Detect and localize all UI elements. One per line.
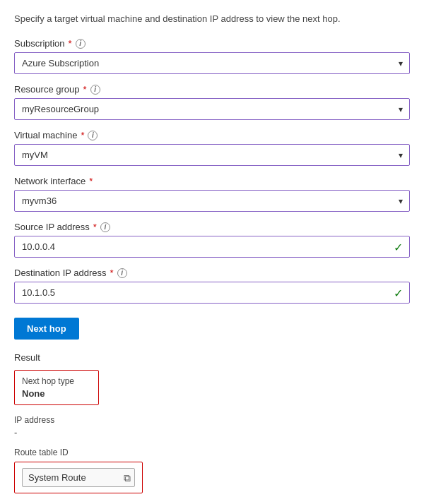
subscription-field-group: Subscription * i Azure Subscription ▾ [14, 38, 410, 74]
route-table-box: ⧉ [14, 462, 143, 493]
subscription-select[interactable]: Azure Subscription [14, 52, 410, 74]
network-interface-required-star: * [89, 176, 93, 186]
virtual-machine-required-star: * [81, 130, 84, 140]
source-ip-field-group: Source IP address * i ✓ [14, 222, 410, 258]
virtual-machine-select[interactable]: myVM [14, 144, 410, 166]
result-section: Result Next hop type None IP address - R… [14, 352, 410, 493]
network-interface-label: Network interface * [14, 176, 410, 186]
resource-group-select[interactable]: myResourceGroup [14, 98, 410, 120]
destination-ip-info-icon[interactable]: i [117, 268, 127, 278]
route-table-id-label: Route table ID [14, 448, 410, 457]
source-ip-input-wrapper: ✓ [14, 236, 410, 258]
result-section-label: Result [14, 352, 410, 363]
virtual-machine-info-icon[interactable]: i [88, 131, 98, 140]
source-ip-check-icon: ✓ [394, 240, 403, 253]
source-ip-label-text: Source IP address [14, 222, 90, 232]
subscription-label: Subscription * i [14, 38, 410, 49]
resource-group-field-group: Resource group * i myResourceGroup ▾ [14, 84, 410, 120]
destination-ip-check-icon: ✓ [394, 286, 403, 299]
resource-group-label-text: Resource group [14, 84, 80, 95]
subscription-label-text: Subscription [14, 38, 65, 49]
virtual-machine-field-group: Virtual machine * i myVM ▾ [14, 130, 410, 166]
destination-ip-label-text: Destination IP address [14, 268, 107, 278]
network-interface-label-text: Network interface [14, 176, 86, 186]
source-ip-input[interactable] [14, 236, 410, 258]
resource-group-info-icon[interactable]: i [90, 85, 100, 95]
next-hop-type-label: Next hop type [22, 376, 91, 386]
next-hop-type-box: Next hop type None [14, 370, 99, 405]
copy-icon[interactable]: ⧉ [124, 472, 131, 484]
virtual-machine-select-wrapper: myVM ▾ [14, 144, 410, 166]
source-ip-label: Source IP address * i [14, 222, 410, 232]
ip-address-value: - [14, 427, 410, 438]
resource-group-select-wrapper: myResourceGroup ▾ [14, 98, 410, 120]
route-table-inner: ⧉ [22, 468, 135, 487]
virtual-machine-label: Virtual machine * i [14, 130, 410, 140]
resource-group-label: Resource group * i [14, 84, 410, 95]
resource-group-required-star: * [83, 84, 87, 95]
destination-ip-label: Destination IP address * i [14, 268, 410, 278]
subscription-select-wrapper: Azure Subscription ▾ [14, 52, 410, 74]
page-description: Specify a target virtual machine and des… [14, 13, 410, 25]
network-interface-field-group: Network interface * myvm36 ▾ [14, 176, 410, 212]
route-table-section: Route table ID ⧉ [14, 448, 410, 493]
source-ip-info-icon[interactable]: i [100, 222, 110, 232]
subscription-info-icon[interactable]: i [76, 39, 86, 49]
destination-ip-input[interactable] [14, 282, 410, 304]
destination-ip-field-group: Destination IP address * i ✓ [14, 268, 410, 304]
next-hop-type-value: None [22, 388, 91, 399]
virtual-machine-label-text: Virtual machine [14, 130, 77, 140]
destination-ip-required-star: * [110, 268, 114, 278]
network-interface-select[interactable]: myvm36 [14, 190, 410, 212]
ip-address-section: IP address - [14, 415, 410, 438]
subscription-required-star: * [69, 38, 72, 49]
network-interface-select-wrapper: myvm36 ▾ [14, 190, 410, 212]
next-hop-button[interactable]: Next hop [14, 318, 79, 340]
destination-ip-input-wrapper: ✓ [14, 282, 410, 304]
ip-address-label: IP address [14, 415, 410, 425]
source-ip-required-star: * [93, 222, 97, 232]
route-table-input[interactable] [22, 468, 135, 487]
